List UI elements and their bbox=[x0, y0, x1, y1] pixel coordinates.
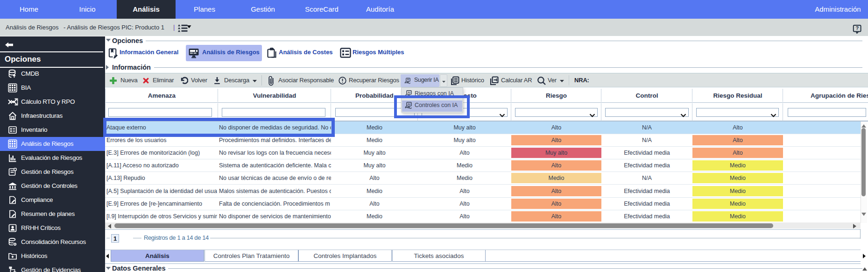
svg-text:?: ? bbox=[855, 25, 859, 31]
svg-text:AI: AI bbox=[408, 91, 410, 94]
svg-text:AI: AI bbox=[407, 78, 409, 81]
